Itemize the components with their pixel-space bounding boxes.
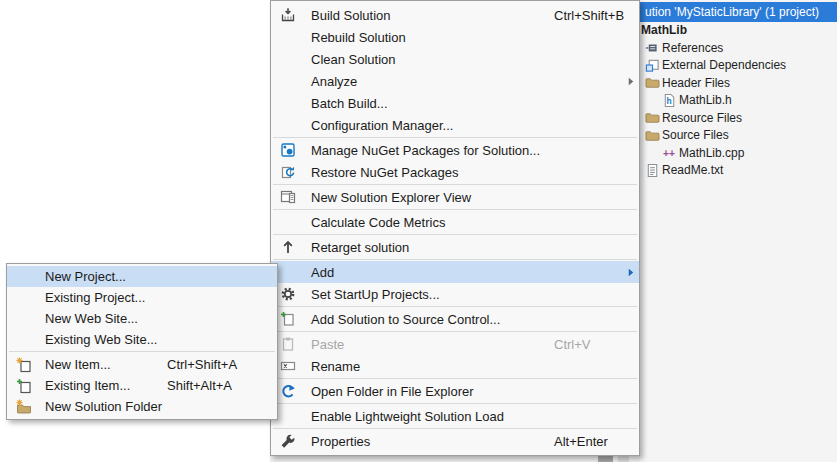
menu-item-label: Retarget solution	[311, 240, 409, 255]
cpp-file-icon: ++	[662, 145, 677, 160]
tree-item-label: MathLib	[641, 23, 687, 37]
tree-item-resource-files[interactable]: Resource Files	[640, 109, 837, 127]
tree-item-mathlib-h[interactable]: hMathLib.h	[640, 92, 837, 110]
tree-item-label: MathLib.h	[679, 93, 732, 107]
tree-item-label: ution 'MyStaticLibrary' (1 project)	[645, 5, 819, 19]
existing-item-icon	[13, 378, 35, 394]
menu-item-calculate-code-metrics[interactable]: Calculate Code Metrics	[271, 211, 639, 233]
menu-item-label: New Project...	[45, 269, 126, 284]
menu-item-add[interactable]: Add	[271, 261, 639, 283]
folder-icon	[645, 75, 660, 90]
tree-item-label: Header Files	[662, 76, 730, 90]
menu-item-enable-lightweight-solution-load[interactable]: Enable Lightweight Solution Load	[271, 405, 639, 427]
menu-item-label: Add Solution to Source Control...	[311, 312, 500, 327]
menu-item-new-web-site[interactable]: New Web Site...	[7, 308, 277, 329]
menu-item-new-project[interactable]: New Project...	[7, 266, 277, 287]
menu-item-label: New Solution Explorer View	[311, 190, 471, 205]
tree-item-header-files[interactable]: Header Files	[640, 74, 837, 92]
wrench-icon	[275, 433, 301, 449]
retarget-icon	[275, 239, 301, 255]
menu-item-label: Analyze	[311, 74, 357, 89]
menu-item-add-solution-to-source-control[interactable]: Add Solution to Source Control...	[271, 308, 639, 330]
menu-item-rename[interactable]: Rename	[271, 355, 639, 377]
solution-context-menu: Build SolutionCtrl+Shift+BRebuild Soluti…	[270, 0, 640, 456]
text-file-icon	[645, 163, 660, 178]
menu-item-label: Rebuild Solution	[311, 30, 406, 45]
menu-item-label: New Web Site...	[45, 311, 138, 326]
gear-icon	[275, 286, 301, 302]
menu-item-shortcut: Alt+Enter	[554, 430, 608, 452]
menu-item-label: Add	[311, 265, 334, 280]
svg-text:++: ++	[663, 148, 675, 159]
menu-item-label: Clean Solution	[311, 52, 396, 67]
menu-item-label: Open Folder in File Explorer	[311, 384, 474, 399]
tree-item-solution-node[interactable]: ution 'MyStaticLibrary' (1 project)	[640, 2, 837, 22]
menu-item-analyze[interactable]: Analyze	[271, 70, 639, 92]
submenu-arrow-icon	[628, 70, 634, 92]
menu-item-set-startup-projects[interactable]: Set StartUp Projects...	[271, 283, 639, 305]
menu-item-label: New Item...	[45, 357, 111, 372]
menu-item-label: Build Solution	[311, 8, 391, 23]
tree-item-label: Source Files	[662, 128, 729, 142]
menu-item-rebuild-solution[interactable]: Rebuild Solution	[271, 26, 639, 48]
tree-item-references[interactable]: References	[640, 39, 837, 57]
menu-item-retarget-solution[interactable]: Retarget solution	[271, 236, 639, 258]
menu-item-shortcut: Ctrl+Shift+B	[554, 4, 624, 26]
menu-item-clean-solution[interactable]: Clean Solution	[271, 48, 639, 70]
menu-item-label: New Solution Folder	[45, 399, 162, 414]
menu-item-label: Paste	[311, 337, 344, 352]
menu-item-shortcut: Shift+Alt+A	[167, 375, 232, 396]
menu-item-label: Properties	[311, 434, 370, 449]
tree-item-mathlib-cpp[interactable]: ++MathLib.cpp	[640, 144, 837, 162]
menu-item-label: Enable Lightweight Solution Load	[311, 409, 504, 424]
folder-icon	[645, 128, 660, 143]
new-solution-folder-icon	[13, 399, 35, 415]
new-item-icon	[13, 357, 35, 373]
nuget-restore-icon	[275, 164, 301, 180]
nuget-icon	[275, 142, 301, 158]
menu-item-label: Batch Build...	[311, 96, 388, 111]
menu-item-paste: PasteCtrl+V	[271, 333, 639, 355]
menu-item-label: Manage NuGet Packages for Solution...	[311, 143, 540, 158]
tree-item-label: Resource Files	[662, 111, 742, 125]
menu-item-configuration-manager[interactable]: Configuration Manager...	[271, 114, 639, 136]
build-icon	[275, 7, 301, 23]
menu-item-new-solution-explorer-view[interactable]: New Solution Explorer View	[271, 186, 639, 208]
menu-item-shortcut: Ctrl+V	[554, 333, 590, 355]
open-folder-icon	[275, 383, 301, 399]
menu-item-label: Set StartUp Projects...	[311, 287, 440, 302]
tree-item-label: ReadMe.txt	[662, 163, 723, 177]
solution-explorer-panel: ution 'MyStaticLibrary' (1 project)MathL…	[640, 0, 837, 462]
solution-explorer-view-icon	[275, 189, 301, 205]
references-icon	[645, 40, 660, 55]
menu-item-existing-item[interactable]: Existing Item...Shift+Alt+A	[7, 375, 277, 396]
menu-item-properties[interactable]: PropertiesAlt+Enter	[271, 430, 639, 452]
menu-item-label: Restore NuGet Packages	[311, 165, 458, 180]
menu-item-label: Rename	[311, 359, 360, 374]
menu-item-shortcut: Ctrl+Shift+A	[167, 354, 237, 375]
menu-item-build-solution[interactable]: Build SolutionCtrl+Shift+B	[271, 4, 639, 26]
menu-item-label: Calculate Code Metrics	[311, 215, 445, 230]
menu-item-existing-web-site[interactable]: Existing Web Site...	[7, 329, 277, 350]
menu-item-open-folder-in-file-explorer[interactable]: Open Folder in File Explorer	[271, 380, 639, 402]
menu-item-existing-project[interactable]: Existing Project...	[7, 287, 277, 308]
vs-window: ution 'MyStaticLibrary' (1 project)MathL…	[0, 0, 837, 462]
menu-item-manage-nuget-packages-for-solution[interactable]: Manage NuGet Packages for Solution...	[271, 139, 639, 161]
svg-text:h: h	[667, 96, 672, 106]
rename-icon	[275, 358, 301, 374]
tree-item-label: MathLib.cpp	[679, 146, 744, 160]
paste-icon	[275, 336, 301, 352]
external-dependencies-icon	[645, 58, 660, 73]
menu-item-new-solution-folder[interactable]: New Solution Folder	[7, 396, 277, 417]
menu-item-restore-nuget-packages[interactable]: Restore NuGet Packages	[271, 161, 639, 183]
folder-icon	[645, 110, 660, 125]
tree-item-readme-txt[interactable]: ReadMe.txt	[640, 162, 837, 180]
add-source-control-icon	[275, 311, 301, 327]
tree-item-project-mathlib[interactable]: MathLib	[640, 22, 837, 40]
submenu-arrow-icon	[628, 261, 634, 283]
menu-item-new-item[interactable]: New Item...Ctrl+Shift+A	[7, 354, 277, 375]
tree-item-external-dependencies[interactable]: External Dependencies	[640, 57, 837, 75]
tree-item-label: References	[662, 41, 723, 55]
menu-item-batch-build[interactable]: Batch Build...	[271, 92, 639, 114]
tree-item-source-files[interactable]: Source Files	[640, 127, 837, 145]
